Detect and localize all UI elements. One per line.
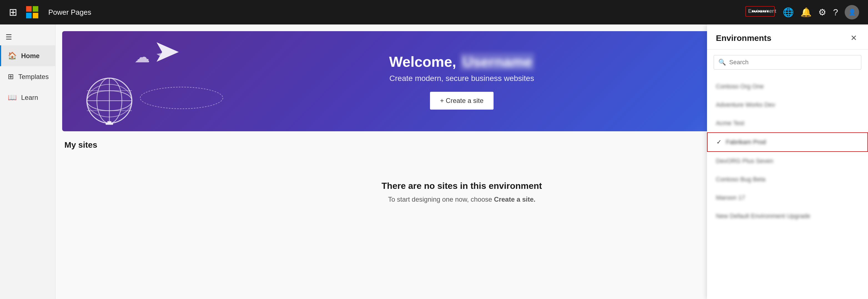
environments-panel: Environments ✕ 🔍 Contoso Org One Adventu… bbox=[707, 25, 868, 299]
env-item[interactable]: Acme Test bbox=[707, 114, 868, 132]
create-site-button[interactable]: + Create a site bbox=[430, 92, 494, 110]
sidebar: ☰ 🏠 Home ⊞ Templates 📖 Learn bbox=[0, 25, 56, 299]
env-item-selected[interactable]: ✓ Fabrikam Prod bbox=[707, 132, 868, 152]
env-item[interactable]: Maroon 17 bbox=[707, 189, 868, 207]
env-search-box[interactable]: 🔍 bbox=[714, 55, 861, 70]
app-body: ☰ 🏠 Home ⊞ Templates 📖 Learn ☁ ☁ bbox=[0, 25, 868, 299]
sidebar-item-learn[interactable]: 📖 Learn bbox=[0, 87, 55, 108]
env-item[interactable]: Contoso Org One bbox=[707, 77, 868, 96]
learn-icon: 📖 bbox=[8, 93, 17, 102]
sidebar-item-label: Templates bbox=[18, 73, 49, 81]
username-blurred: Username bbox=[460, 53, 534, 71]
grid-icon[interactable]: ⊞ bbox=[9, 6, 17, 18]
sidebar-item-label: Learn bbox=[21, 94, 38, 102]
globe-icon[interactable]: 🌐 bbox=[783, 7, 794, 18]
templates-icon: ⊞ bbox=[8, 72, 14, 81]
sidebar-item-home[interactable]: 🏠 Home bbox=[0, 45, 55, 66]
hero-content: Welcome, Username Create modern, secure … bbox=[389, 53, 535, 110]
dashed-path bbox=[140, 87, 223, 109]
check-icon: ✓ bbox=[716, 138, 721, 146]
top-navigation: ⊞ Power Pages Environment •••••••• 🌐 🔔 ⚙… bbox=[0, 0, 868, 25]
search-icon: 🔍 bbox=[718, 59, 726, 66]
svg-rect-0 bbox=[26, 6, 32, 12]
env-item[interactable]: New Default Environment Upgrade bbox=[707, 207, 868, 225]
svg-marker-4 bbox=[157, 42, 179, 62]
main-content: ☁ ☁ bbox=[56, 25, 868, 299]
env-item[interactable]: Adventure Works Dev bbox=[707, 96, 868, 114]
nav-right-section: Environment •••••••• 🌐 🔔 ⚙ ? 👤 bbox=[748, 5, 859, 20]
hero-title: Welcome, Username bbox=[389, 53, 535, 71]
svg-rect-3 bbox=[33, 13, 38, 18]
hero-subtitle: Create modern, secure business websites bbox=[389, 74, 535, 83]
bell-icon[interactable]: 🔔 bbox=[801, 7, 812, 18]
search-input[interactable] bbox=[729, 59, 857, 66]
env-panel-title: Environments bbox=[716, 33, 771, 43]
globe-decoration bbox=[84, 76, 140, 131]
microsoft-logo bbox=[26, 6, 38, 18]
svg-rect-1 bbox=[33, 6, 38, 12]
close-panel-button[interactable]: ✕ bbox=[848, 32, 859, 44]
avatar[interactable]: 👤 bbox=[845, 5, 859, 20]
help-icon[interactable]: ? bbox=[833, 7, 838, 18]
sidebar-item-templates[interactable]: ⊞ Templates bbox=[0, 66, 55, 87]
env-item[interactable]: Contoso Bug Beta bbox=[707, 170, 868, 189]
svg-rect-2 bbox=[26, 13, 32, 18]
env-panel-header: Environments ✕ bbox=[707, 25, 868, 50]
cloud-left-icon: ☁ bbox=[134, 48, 150, 66]
sidebar-item-label: Home bbox=[21, 52, 40, 60]
env-list: Contoso Org One Adventure Works Dev Acme… bbox=[707, 75, 868, 299]
env-item[interactable]: DevORG Plus Seven bbox=[707, 152, 868, 170]
hamburger-menu[interactable]: ☰ bbox=[0, 29, 55, 45]
paper-plane-icon bbox=[157, 42, 179, 66]
app-title: Power Pages bbox=[48, 8, 91, 17]
environment-button[interactable]: •••••••• bbox=[745, 6, 775, 17]
gear-icon[interactable]: ⚙ bbox=[818, 7, 826, 18]
svg-rect-15 bbox=[107, 121, 111, 124]
home-icon: 🏠 bbox=[8, 51, 17, 60]
